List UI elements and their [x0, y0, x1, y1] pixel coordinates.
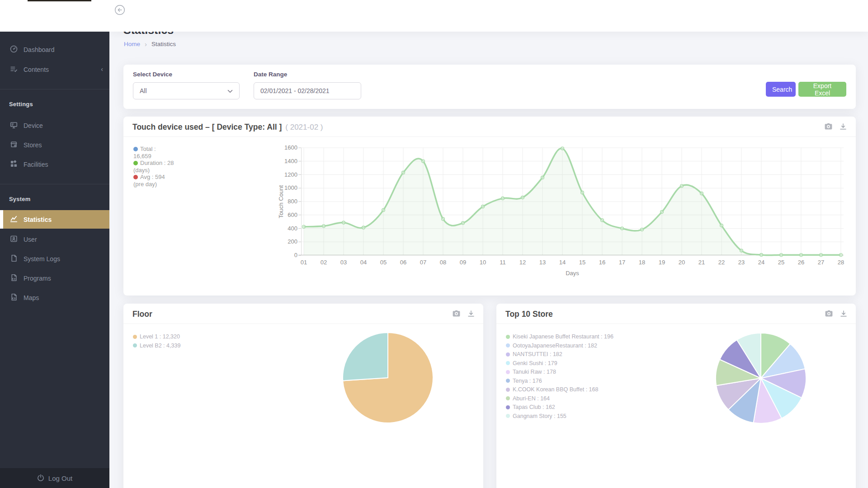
sidebar-item-label: Statistics [24, 216, 52, 223]
sidebar-item-stores[interactable]: Stores [0, 139, 109, 151]
legend-dot [506, 414, 510, 418]
legend-label: Level B2 : 4,339 [140, 343, 180, 349]
y-tick-label: 1400 [270, 158, 297, 164]
logout-button[interactable]: Log Out [0, 468, 109, 488]
x-tick-label: 21 [695, 259, 708, 266]
legend-dot [506, 352, 510, 357]
legend-item: Level 1 : 12,320 [133, 333, 180, 340]
camera-icon[interactable] [452, 309, 461, 318]
camera-icon[interactable] [824, 309, 833, 318]
legend-dot [506, 396, 510, 400]
legend-label: OotoyaJapaneseRestaurant : 182 [513, 343, 597, 349]
sidebar-item-label: Stores [24, 141, 42, 149]
logo [28, 0, 91, 1]
top10-pie-chart [713, 331, 808, 426]
x-tick-label: 06 [396, 259, 410, 266]
topbar [109, 0, 868, 32]
legend-dot [133, 175, 138, 179]
top10-chart-card: Top 10 Store Kiseki Japanese Buffet Rest… [496, 304, 856, 488]
x-tick-label: 23 [735, 259, 748, 266]
app-root: Dashboard Contents ‹ Settings Device [0, 0, 868, 488]
legend-item: Tanuki Raw : 178 [506, 369, 613, 375]
top10-pie-legend: Kiseki Japanese Buffet Restaurant : 196O… [506, 333, 613, 422]
download-icon[interactable] [839, 309, 848, 318]
x-tick-label: 20 [675, 259, 689, 266]
download-icon[interactable] [467, 309, 476, 318]
date-range-label: Date Range [254, 71, 287, 78]
legend-item: Level B2 : 4,339 [133, 343, 180, 349]
x-tick-label: 01 [297, 259, 311, 266]
legend-dot [133, 161, 138, 165]
sidebar-item-facilities[interactable]: Facilities [0, 159, 109, 170]
legend-item: K.COOK Korean BBQ Buffet : 168 [506, 386, 613, 393]
list-check-icon [10, 65, 18, 74]
breadcrumb-current: Statistics [151, 41, 176, 47]
line-chart-icon [10, 215, 18, 224]
floor-chart-title: Floor [132, 310, 152, 319]
sidebar-item-statistics[interactable]: Statistics [0, 210, 109, 229]
legend-item: Duration : 28 (days) [133, 160, 174, 174]
legend-item: Kiseki Japanese Buffet Restaurant : 196 [506, 333, 613, 340]
logo-area [0, 0, 109, 32]
sidebar-item-user[interactable]: User [0, 234, 109, 245]
legend-item: Avg : 594 (pre day) [133, 174, 174, 188]
sidebar-item-dashboard[interactable]: Dashboard [0, 44, 109, 56]
search-button[interactable]: Search [766, 82, 796, 97]
download-icon[interactable] [839, 122, 848, 131]
top10-chart-title: Top 10 Store [505, 310, 553, 319]
y-tick-label: 200 [270, 238, 297, 245]
sidebar-item-system-logs[interactable]: System Logs [0, 253, 109, 265]
legend-label: Gangnam Story : 155 [513, 413, 566, 419]
legend-label: NANTSUTTEI : 182 [513, 351, 562, 357]
legend-label: Genki Sushi : 179 [513, 360, 557, 366]
x-tick-label: 14 [556, 259, 569, 266]
legend-dot [506, 343, 510, 347]
sidebar-item-device[interactable]: Device [0, 120, 109, 131]
x-tick-label: 03 [337, 259, 350, 266]
legend-label: Tapas Club : 162 [513, 404, 555, 410]
sidebar-item-contents[interactable]: Contents ‹ [0, 64, 109, 75]
chevron-right-icon: › [145, 41, 147, 47]
touch-line-plot-area: Touch Count 0200400600800100012001400160… [301, 148, 844, 255]
y-tick-label: 1200 [270, 171, 297, 178]
card-divider [123, 324, 483, 324]
sidebar-item-label: Facilities [24, 161, 48, 168]
user-card-icon [10, 235, 18, 244]
breadcrumb-home-link[interactable]: Home [124, 41, 140, 47]
back-button[interactable] [114, 4, 126, 16]
date-range-input[interactable]: 02/01/2021 - 02/28/2021 [254, 82, 361, 99]
camera-icon[interactable] [824, 122, 833, 131]
legend-dot [506, 370, 510, 374]
sidebar-item-label: System Logs [24, 255, 60, 263]
device-select[interactable]: All [133, 82, 240, 99]
x-tick-label: 22 [715, 259, 728, 266]
floor-pie-legend: Level 1 : 12,320Level B2 : 4,339 [133, 333, 180, 351]
sidebar-item-maps[interactable]: Maps [0, 292, 109, 304]
x-tick-label: 09 [456, 259, 470, 266]
x-tick-label: 28 [834, 259, 848, 266]
legend-label: Level 1 : 12,320 [140, 333, 180, 340]
sidebar-item-label: Maps [24, 294, 39, 301]
touch-chart-subtitle: ( 2021-02 ) [285, 123, 323, 132]
sidebar-item-label: User [24, 236, 37, 243]
date-range-value: 02/01/2021 - 02/28/2021 [260, 87, 330, 94]
card-divider [496, 324, 856, 324]
touch-chart-card: Touch device used – [ Device Type: All ]… [123, 117, 856, 296]
sidebar-item-programs[interactable]: Programs [0, 272, 109, 284]
legend-item: Tenya : 176 [506, 378, 613, 384]
chevron-left-icon[interactable]: ‹ [101, 66, 103, 73]
floor-pie-chart [340, 330, 435, 425]
file-icon [10, 254, 18, 263]
x-tick-label: 05 [377, 259, 390, 266]
x-tick-label: 27 [814, 259, 828, 266]
x-tick-label: 19 [655, 259, 669, 266]
legend-label: K.COOK Korean BBQ Buffet : 168 [513, 386, 598, 393]
legend-label: Tanuki Raw : 178 [513, 369, 556, 375]
dashboard-icon [10, 45, 18, 54]
export-excel-button[interactable]: Export Excel [798, 82, 846, 97]
sidebar-item-label: Contents [24, 66, 49, 73]
legend-item: Total : 16,659 [133, 145, 174, 160]
floor-chart-card: Floor Level 1 : 12,320Level B2 : 4,339 [123, 304, 483, 488]
x-tick-label: 04 [357, 259, 370, 266]
touch-chart-legend: Total : 16,659 Duration : 28 (days) Avg … [133, 145, 174, 188]
